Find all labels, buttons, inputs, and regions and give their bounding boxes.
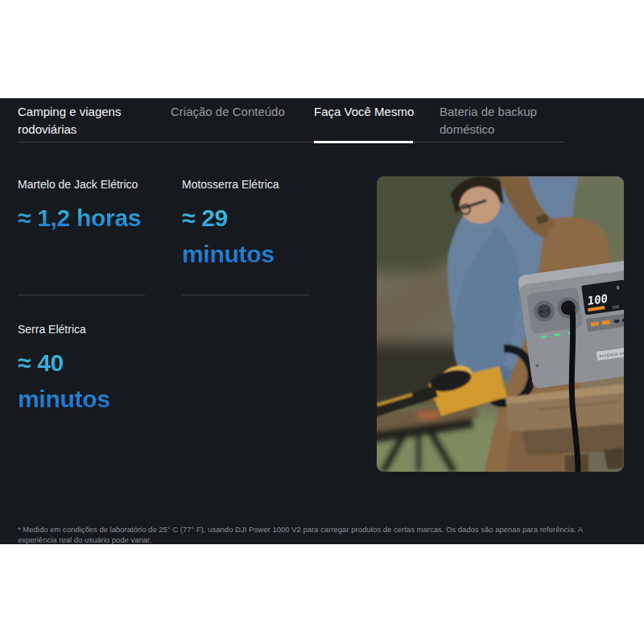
stat-value: ≈ 1,2 horas bbox=[18, 200, 159, 236]
tab-bateria-de-backup[interactable]: Bateria de backup doméstico bbox=[440, 103, 552, 138]
footnote: * Medido em condições de laboratório de … bbox=[18, 524, 613, 545]
stat-value: ≈ 29 minutos bbox=[182, 200, 324, 272]
product-photo: 100 0 100 POTÊNCIA 1000 V2 bbox=[377, 176, 624, 472]
device-display-small-bottom: 100 bbox=[612, 304, 620, 310]
active-tab-underline bbox=[314, 141, 413, 143]
page: Camping e viagens rodoviárias Criação de… bbox=[0, 0, 644, 644]
product-runtime-panel: Camping e viagens rodoviárias Criação de… bbox=[0, 98, 644, 544]
tab-faca-voce-mesmo[interactable]: Faça Você Mesmo bbox=[314, 103, 419, 121]
tab-bottom-rule bbox=[18, 142, 564, 142]
stat-motosserra: Motosserra Elétrica ≈ 29 minutos bbox=[182, 178, 309, 272]
stat-martelo: Martelo de Jack Elétrico ≈ 1,2 horas bbox=[18, 178, 145, 236]
product-photo-illustration: 100 0 100 POTÊNCIA 1000 V2 bbox=[377, 176, 624, 472]
stat-divider bbox=[182, 295, 309, 295]
stat-value: ≈ 40 minutos bbox=[18, 345, 159, 417]
stat-divider bbox=[18, 295, 145, 295]
stat-label: Serra Elétrica bbox=[18, 323, 145, 336]
stat-serra: Serra Elétrica ≈ 40 minutos bbox=[18, 323, 145, 417]
stat-label: Motosserra Elétrica bbox=[182, 178, 309, 191]
tab-camping-e-viagens[interactable]: Camping e viagens rodoviárias bbox=[18, 103, 155, 138]
tab-criacao-de-conteudo[interactable]: Criação de Conteúdo bbox=[171, 103, 291, 121]
stat-label: Martelo de Jack Elétrico bbox=[18, 178, 145, 191]
